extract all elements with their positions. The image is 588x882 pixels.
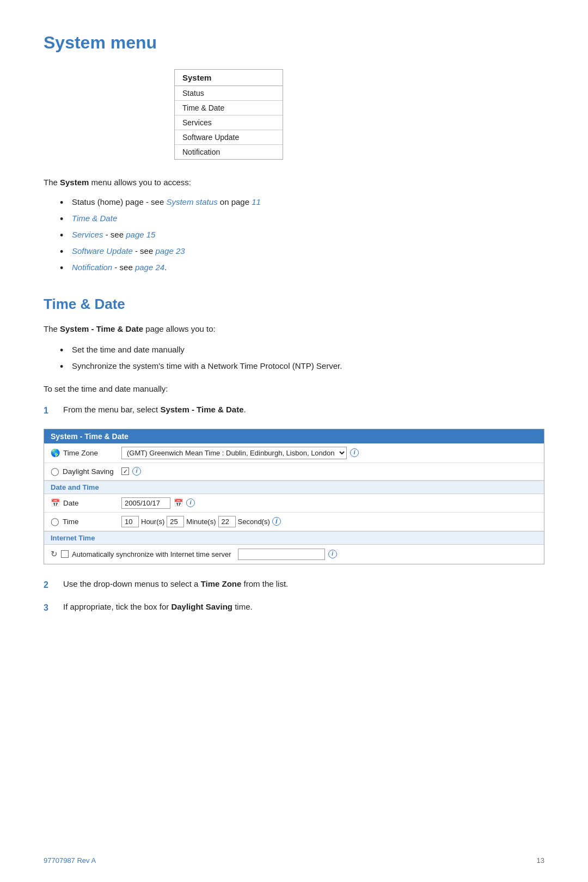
panel-row-time: ◯ Time Hour(s) Minute(s) Second(s) i (44, 513, 544, 531)
time-minute-input[interactable] (167, 516, 184, 527)
timedate-bullet-list: Set the time and date manually Synchroni… (60, 343, 544, 373)
step2-bold: Time Zone (201, 579, 242, 588)
system-timedate-bold: System - Time & Date (60, 324, 143, 333)
link-services[interactable]: Services (72, 230, 103, 239)
link-timedate[interactable]: Time & Date (72, 214, 117, 223)
menu-item-softwareupdate[interactable]: Software Update (175, 130, 283, 145)
link-page11[interactable]: 11 (252, 197, 261, 206)
step-1: 1 From the menu bar, select System - Tim… (44, 403, 544, 418)
bullet-status: Status (home) page - see System status o… (60, 196, 544, 209)
time-icon: ◯ (51, 517, 59, 526)
step1-bold: System - Time & Date (160, 405, 243, 414)
intro-bold: System (60, 178, 89, 187)
step-3-text: If appropriate, tick the box for Dayligh… (63, 600, 253, 613)
time-label: ◯ Time (51, 517, 121, 526)
bullet-softwareupdate: Software Update - see page 23 (60, 245, 544, 258)
calendar-icon: 📅 (174, 498, 183, 507)
bullet-timedate: Time & Date (60, 212, 544, 225)
section-internet-time-header: Internet Time (44, 531, 544, 545)
panel-row-timezone: 🌎 Time Zone (GMT) Greenwich Mean Time : … (44, 443, 544, 463)
link-page15[interactable]: page 15 (126, 230, 155, 239)
menu-item-timedate[interactable]: Time & Date (175, 101, 283, 115)
panel-row-daylight: ◯ Daylight Saving i (44, 463, 544, 480)
step-3-number: 3 (44, 600, 59, 615)
menu-header: System (175, 70, 283, 86)
panel-row-date: 📅 Date 📅 i (44, 494, 544, 513)
time-hour-input[interactable] (121, 516, 139, 527)
step-2-number: 2 (44, 577, 59, 592)
footer-doc-id: 97707987 Rev A (44, 856, 96, 865)
link-page23[interactable]: page 23 (155, 246, 185, 256)
intro-paragraph: The System menu allows you to access: (44, 176, 544, 189)
time-inputs: Hour(s) Minute(s) Second(s) i (121, 516, 281, 527)
date-value: 📅 i (121, 497, 537, 509)
daylight-checkbox[interactable] (121, 467, 129, 475)
step-2: 2 Use the drop-down menus to select a Ti… (44, 577, 544, 592)
hour-label: Hour(s) (141, 518, 164, 526)
link-page24[interactable]: page 24 (135, 263, 164, 272)
menu-item-notification[interactable]: Notification (175, 145, 283, 159)
system-menu-box: System Status Time & Date Services Softw… (174, 69, 283, 160)
second-label: Second(s) (238, 518, 270, 526)
link-notification[interactable]: Notification (72, 263, 112, 272)
bullet-notification: Notification - see page 24. (60, 261, 544, 274)
time-info-icon[interactable]: i (272, 517, 281, 526)
time-value: Hour(s) Minute(s) Second(s) i (121, 516, 537, 527)
sync-icon: ↻ (51, 549, 58, 559)
timezone-label: 🌎 Time Zone (51, 448, 121, 457)
page-title: System menu (44, 33, 544, 53)
bullet-set-manual: Set the time and date manually (60, 343, 544, 356)
menu-item-services[interactable]: Services (175, 115, 283, 130)
date-input[interactable] (121, 497, 170, 509)
bullet-services: Services - see page 15 (60, 228, 544, 241)
manual-intro: To set the time and date manually: (44, 382, 544, 396)
link-softwareupdate[interactable]: Software Update (72, 246, 133, 256)
internet-time-info-icon[interactable]: i (328, 550, 337, 558)
daylight-info-icon[interactable]: i (132, 467, 141, 476)
date-label: 📅 Date (51, 498, 121, 507)
minute-label: Minute(s) (186, 518, 216, 526)
step3-bold: Daylight Saving (171, 602, 232, 611)
step-2-text: Use the drop-down menus to select a Time… (63, 577, 288, 591)
bullet-synchronize: Synchronize the system's time with a Net… (60, 360, 544, 373)
step-1-number: 1 (44, 403, 59, 418)
timezone-info-icon[interactable]: i (350, 448, 359, 457)
step-3: 3 If appropriate, tick the box for Dayli… (44, 600, 544, 615)
internet-time-label: Automatically synchronize with Internet … (72, 550, 231, 558)
intro-bullet-list: Status (home) page - see System status o… (60, 196, 544, 274)
footer-page-number: 13 (537, 856, 544, 865)
footer: 97707987 Rev A 13 (44, 856, 544, 865)
section-date-time-header: Date and Time (44, 480, 544, 494)
date-info-icon[interactable]: i (186, 498, 195, 507)
daylight-icon: ◯ (51, 467, 59, 476)
section-desc-timedate: The System - Time & Date page allows you… (44, 323, 544, 336)
step-1-text: From the menu bar, select System - Time … (63, 403, 246, 416)
internet-time-server-input[interactable] (238, 549, 325, 560)
date-icon: 📅 (51, 498, 60, 507)
daylight-value: i (121, 467, 537, 476)
panel-row-internet-time: ↻ Automatically synchronize with Interne… (44, 545, 544, 564)
time-second-input[interactable] (218, 516, 236, 527)
timezone-value: (GMT) Greenwich Mean Time : Dublin, Edin… (121, 447, 537, 459)
timezone-select[interactable]: (GMT) Greenwich Mean Time : Dublin, Edin… (121, 447, 347, 459)
intro-text-before: The (44, 178, 60, 187)
panel-header: System - Time & Date (44, 429, 544, 443)
link-system-status[interactable]: System status (166, 197, 217, 206)
system-time-date-panel: System - Time & Date 🌎 Time Zone (GMT) G… (44, 429, 544, 564)
internet-time-checkbox[interactable] (61, 550, 69, 558)
section-title-timedate: Time & Date (44, 296, 544, 313)
menu-item-status[interactable]: Status (175, 86, 283, 101)
intro-text-after: menu allows you to access: (89, 178, 191, 187)
timezone-icon: 🌎 (51, 448, 60, 457)
daylight-label: ◯ Daylight Saving (51, 467, 121, 476)
